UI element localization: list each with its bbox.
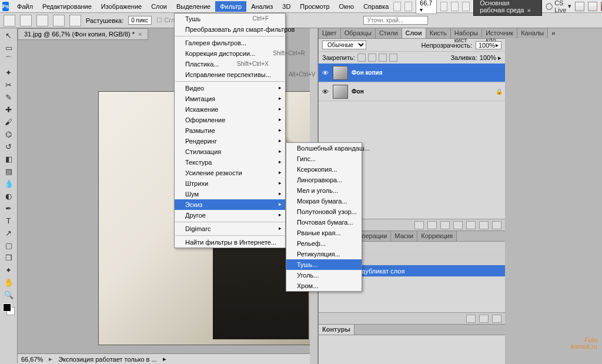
menu-image[interactable]: Изображение: [96, 1, 146, 12]
filter-menu-item[interactable]: Усиление резкости: [175, 168, 285, 178]
menu-file[interactable]: Файл: [12, 1, 38, 12]
mb-screen-icon[interactable]: [462, 2, 470, 11]
blend-mode-select[interactable]: Обычные: [322, 41, 366, 49]
filter-menu-item[interactable]: Digimarc: [175, 223, 285, 234]
filter-menu-item[interactable]: ТушьCtrl+F: [175, 14, 285, 24]
mb-arrange-icon[interactable]: [451, 2, 459, 11]
menu-edit[interactable]: Редактирование: [38, 1, 96, 12]
menu-layers[interactable]: Слои: [146, 1, 172, 12]
tool-pen[interactable]: ✒: [2, 202, 15, 214]
filter-menu-item[interactable]: Искажение: [175, 104, 285, 115]
fill-input[interactable]: 100% ▸: [480, 54, 501, 62]
mb-launch-bridge-icon[interactable]: [393, 2, 401, 11]
selection-subtract-icon[interactable]: [53, 15, 65, 26]
sketch-menu-item[interactable]: Полутоновой узор...: [286, 206, 362, 217]
new-doc-from-state-icon[interactable]: [466, 315, 476, 323]
sketch-menu-item[interactable]: Линогравюра...: [286, 175, 362, 185]
tab-brush-presets[interactable]: Наборы кист: [451, 28, 483, 38]
link-layers-icon[interactable]: [414, 221, 424, 229]
tool-path[interactable]: ↗: [2, 227, 15, 239]
filter-menu-item[interactable]: Другое: [175, 210, 285, 221]
close-icon[interactable]: ×: [138, 31, 142, 38]
menu-3d[interactable]: 3D: [277, 1, 295, 12]
menu-select[interactable]: Выделение: [172, 1, 215, 12]
menu-filter[interactable]: Фильтр: [215, 1, 246, 12]
filter-menu-item[interactable]: Шум: [175, 189, 285, 199]
tool-type[interactable]: T: [2, 215, 15, 226]
sketch-menu-item[interactable]: Ретикуляция...: [286, 249, 362, 259]
tool-preset-icon[interactable]: [4, 15, 15, 26]
tool-eyedropper[interactable]: ✎: [2, 91, 15, 103]
tool-3d-camera[interactable]: ✦: [2, 264, 15, 276]
tool-3d[interactable]: ❒: [2, 252, 15, 263]
filter-menu-item[interactable]: Оформление: [175, 115, 285, 125]
panel-collapse-icon[interactable]: »: [548, 28, 558, 38]
window-maximize-button[interactable]: [588, 2, 597, 11]
layer-name[interactable]: Фон: [352, 88, 364, 95]
window-minimize-button[interactable]: [575, 2, 584, 11]
status-info[interactable]: Экспозиция работает только в ...: [58, 356, 156, 363]
sketch-menu-item[interactable]: Гипс...: [286, 153, 362, 164]
tab-paths[interactable]: Контуры: [319, 325, 354, 335]
layer-row[interactable]: 👁 Фон копия: [319, 64, 505, 82]
sketch-menu-item[interactable]: Волшебный карандаш...: [286, 143, 362, 153]
sketch-menu-item[interactable]: Мокрая бумага...: [286, 196, 362, 206]
menu-view[interactable]: Просмотр: [295, 1, 334, 12]
lock-position-icon[interactable]: [379, 54, 387, 62]
status-zoom[interactable]: 66,67%: [21, 356, 43, 363]
tab-color[interactable]: Цвет: [319, 28, 341, 38]
mb-extras-icon[interactable]: [404, 2, 412, 11]
tool-wand[interactable]: ✦: [2, 66, 15, 78]
refine-edge-button[interactable]: [363, 16, 428, 25]
filter-menu-item[interactable]: Преобразовать для смарт-фильтров: [175, 24, 285, 35]
tool-zoom[interactable]: 🔍: [2, 289, 15, 300]
mb-view-icon[interactable]: [440, 2, 448, 11]
layer-thumbnail[interactable]: [333, 66, 348, 80]
lock-all-icon[interactable]: [389, 54, 397, 62]
filter-menu-item[interactable]: Рендеринг: [175, 136, 285, 146]
filter-menu-item[interactable]: Стилизация: [175, 146, 285, 157]
tab-swatches[interactable]: Образцы: [341, 28, 376, 38]
opacity-input[interactable]: 100% ▸: [476, 41, 501, 49]
tab-clone-source[interactable]: Источник кло: [482, 28, 517, 38]
document-tab[interactable]: 31.jpg @ 66,7% (Фон копия, RGB/8) *×: [18, 28, 148, 40]
layer-name[interactable]: Фон копия: [352, 69, 382, 76]
menu-analysis[interactable]: Анализ: [246, 1, 277, 12]
selection-new-icon[interactable]: [20, 15, 32, 26]
selection-add-icon[interactable]: [36, 15, 48, 26]
zoom-level-input[interactable]: 66,7 ▾: [416, 0, 436, 14]
sketch-menu-item[interactable]: Хром...: [286, 280, 362, 291]
visibility-icon[interactable]: 👁: [321, 88, 329, 95]
filter-menu-item[interactable]: Исправление перспективы...Alt+Ctrl+V: [175, 69, 285, 80]
layer-mask-icon[interactable]: [440, 221, 450, 229]
tool-gradient[interactable]: ▨: [2, 165, 15, 177]
lock-pixels-icon[interactable]: [368, 54, 376, 62]
filter-menu-item[interactable]: Галерея фильтров...: [175, 38, 285, 48]
adjustment-layer-icon[interactable]: [453, 221, 463, 229]
tab-styles[interactable]: Стили: [376, 28, 402, 38]
filter-menu-item[interactable]: Эскиз: [175, 199, 285, 210]
tool-dodge[interactable]: ◐: [2, 190, 15, 202]
layer-fx-icon[interactable]: [427, 221, 437, 229]
filter-menu-item[interactable]: Размытие: [175, 125, 285, 136]
new-snapshot-icon[interactable]: [479, 315, 489, 323]
filter-menu-item[interactable]: Коррекция дисторсии...Shift+Ctrl+R: [175, 48, 285, 59]
sketch-menu-item[interactable]: Ксерокопия...: [286, 164, 362, 175]
tool-history-brush[interactable]: ↺: [2, 141, 15, 152]
sketch-menu-item[interactable]: Мел и уголь...: [286, 185, 362, 196]
color-swatches[interactable]: [3, 303, 15, 315]
filter-menu-item[interactable]: Найти фильтры в Интернете...: [175, 237, 285, 248]
filter-menu-item[interactable]: Пластика...Shift+Ctrl+X: [175, 59, 285, 69]
selection-intersect-icon[interactable]: [69, 15, 81, 26]
delete-state-icon[interactable]: [492, 315, 501, 323]
layer-thumbnail[interactable]: [333, 85, 348, 99]
menu-window[interactable]: Окно: [335, 1, 359, 12]
tool-hand[interactable]: ✋: [2, 276, 15, 288]
tab-brush[interactable]: Кисть: [426, 28, 451, 38]
cslive-button[interactable]: ◯ CS Live ▾: [546, 0, 571, 14]
tab-channels[interactable]: Каналы: [517, 28, 548, 38]
visibility-icon[interactable]: 👁: [321, 69, 329, 76]
tool-lasso[interactable]: ⌒: [2, 54, 15, 66]
sketch-menu-item[interactable]: Рельеф...: [286, 238, 362, 249]
tool-eraser[interactable]: ◧: [2, 153, 15, 165]
